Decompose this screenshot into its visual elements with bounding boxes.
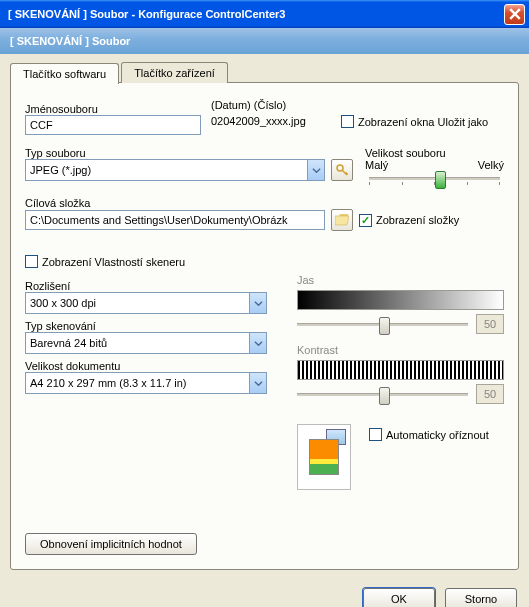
- dialog-footer: OK Storno: [0, 578, 529, 607]
- scantype-select[interactable]: Barevná 24 bitů: [25, 332, 267, 354]
- jas-gradient: [297, 290, 504, 310]
- kontrast-readout-value: 50: [484, 388, 496, 400]
- browse-folder-button[interactable]: [331, 209, 353, 231]
- label-filename: Jménosouboru: [25, 103, 201, 115]
- label-kontrast: Kontrast: [297, 344, 504, 356]
- label-jas: Jas: [297, 274, 504, 286]
- key-icon: [335, 163, 349, 177]
- checkbox-scanner-props[interactable]: Zobrazení Vlastností skeneru: [25, 255, 504, 268]
- restore-label: Obnovení implicitních hodnot: [40, 538, 182, 550]
- label-scanner-props: Zobrazení Vlastností skeneru: [42, 256, 185, 268]
- kontrast-slider[interactable]: [297, 393, 468, 396]
- checkbox-show-folder[interactable]: Zobrazení složky: [359, 214, 459, 227]
- scantype-value: Barevná 24 bitů: [30, 337, 249, 349]
- folder-icon: [335, 214, 349, 226]
- chevron-down-icon: [307, 160, 324, 180]
- chevron-down-icon: [249, 293, 266, 313]
- preview-thumbnail: [297, 424, 351, 490]
- close-icon: [509, 8, 521, 20]
- tab-device-label: Tlačítko zařízení: [134, 67, 215, 79]
- destfolder-value: C:\Documents and Settings\User\Dokumenty…: [30, 214, 320, 226]
- filename-value: CCF: [30, 119, 196, 131]
- label-docsize: Velikost dokumentu: [25, 360, 267, 372]
- checkbox-box-icon: [359, 214, 372, 227]
- checkbox-show-saveas[interactable]: Zobrazení okna Uložit jako: [341, 115, 488, 128]
- filetype-select[interactable]: JPEG (*.jpg): [25, 159, 325, 181]
- kontrast-gradient: [297, 360, 504, 380]
- tab-strip: Tlačítko softwaru Tlačítko zařízení: [10, 62, 519, 83]
- window-title: [ SKENOVÁNÍ ] Soubor - Konfigurace Contr…: [8, 8, 504, 20]
- label-small: Malý: [365, 159, 388, 171]
- label-filetype: Typ souboru: [25, 147, 355, 159]
- jas-readout-value: 50: [484, 318, 496, 330]
- checkbox-box-icon: [369, 428, 382, 441]
- title-bar: [ SKENOVÁNÍ ] Soubor - Konfigurace Contr…: [0, 0, 529, 28]
- label-show-saveas: Zobrazení okna Uložit jako: [358, 116, 488, 128]
- ok-label: OK: [391, 593, 407, 605]
- label-large: Velký: [478, 159, 504, 171]
- subheader-text: [ SKENOVÁNÍ ] Soubor: [10, 35, 130, 47]
- label-filesize: Velikost souboru: [365, 147, 504, 159]
- cancel-button[interactable]: Storno: [445, 588, 517, 607]
- close-button[interactable]: [504, 4, 525, 25]
- checkbox-autocrop[interactable]: Automaticky oříznout: [369, 428, 489, 441]
- restore-defaults-button[interactable]: Obnovení implicitních hodnot: [25, 533, 197, 555]
- jas-readout: 50: [476, 314, 504, 334]
- svg-point-0: [337, 165, 343, 171]
- cancel-label: Storno: [465, 593, 497, 605]
- label-show-folder: Zobrazení složky: [376, 214, 459, 226]
- filetype-value: JPEG (*.jpg): [30, 164, 307, 176]
- ok-button[interactable]: OK: [363, 588, 435, 607]
- content-area: Tlačítko softwaru Tlačítko zařízení Jmén…: [0, 54, 529, 578]
- filetype-settings-button[interactable]: [331, 159, 353, 181]
- picture-icon: [309, 439, 339, 475]
- filename-input[interactable]: CCF: [25, 115, 201, 135]
- example-filename: 02042009_xxxx.jpg: [211, 115, 331, 127]
- jas-slider[interactable]: [297, 323, 468, 326]
- label-resolution: Rozlišení: [25, 280, 267, 292]
- checkbox-box-icon: [25, 255, 38, 268]
- label-autocrop: Automaticky oříznout: [386, 429, 489, 441]
- tab-software[interactable]: Tlačítko softwaru: [10, 63, 119, 84]
- kontrast-readout: 50: [476, 384, 504, 404]
- tab-device[interactable]: Tlačítko zařízení: [121, 62, 228, 83]
- chevron-down-icon: [249, 333, 266, 353]
- destfolder-input[interactable]: C:\Documents and Settings\User\Dokumenty…: [25, 210, 325, 230]
- label-destfolder: Cílová složka: [25, 197, 504, 209]
- label-scantype: Typ skenování: [25, 320, 267, 332]
- chevron-down-icon: [249, 373, 266, 393]
- resolution-select[interactable]: 300 x 300 dpi: [25, 292, 267, 314]
- checkbox-box-icon: [341, 115, 354, 128]
- label-date-number: (Datum) (Číslo): [211, 99, 331, 111]
- docsize-select[interactable]: A4 210 x 297 mm (8.3 x 11.7 in): [25, 372, 267, 394]
- resolution-value: 300 x 300 dpi: [30, 297, 249, 309]
- tab-software-label: Tlačítko softwaru: [23, 68, 106, 80]
- tab-panel: Jménosouboru CCF (Datum) (Číslo) 0204200…: [10, 82, 519, 570]
- filesize-slider[interactable]: [369, 177, 500, 185]
- sub-header: [ SKENOVÁNÍ ] Soubor: [0, 28, 529, 54]
- docsize-value: A4 210 x 297 mm (8.3 x 11.7 in): [30, 377, 249, 389]
